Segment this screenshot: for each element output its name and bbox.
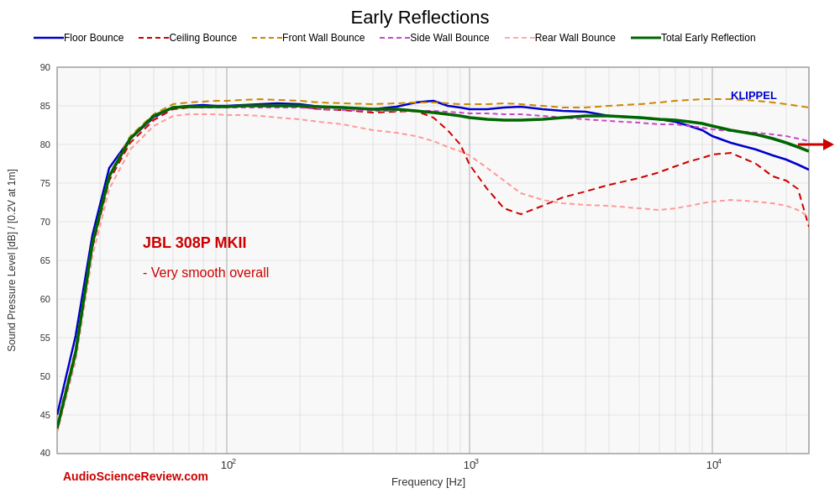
chart-svg: 90 85 80 75 70 65 60 55 50 45 40 — [0, 0, 840, 504]
legend-line-rearwall — [505, 34, 535, 42]
legend-line-sidewall — [380, 34, 410, 42]
svg-text:55: 55 — [40, 333, 50, 343]
legend-label-floor: Floor Bounce — [64, 32, 123, 44]
svg-text:3: 3 — [475, 457, 479, 465]
chart-title: Early Reflections — [0, 0, 840, 29]
svg-rect-6 — [57, 67, 809, 454]
legend-item-frontwall: Front Wall Bounce — [252, 32, 365, 44]
svg-text:80: 80 — [40, 139, 50, 150]
legend-line-total — [631, 34, 661, 42]
svg-text:10: 10 — [706, 459, 718, 471]
svg-text:65: 65 — [40, 255, 50, 265]
svg-text:10: 10 — [464, 459, 475, 471]
svg-text:Sound Pressure Level [dB] / [0: Sound Pressure Level [dB] / [0.2V at 1m] — [6, 169, 18, 351]
svg-text:90: 90 — [40, 62, 50, 72]
legend-label-ceiling: Ceiling Bounce — [169, 32, 237, 44]
legend-label-rearwall: Rear Wall Bounce — [535, 32, 616, 44]
svg-text:40: 40 — [40, 448, 50, 458]
svg-text:50: 50 — [40, 371, 50, 381]
legend-line-floor — [34, 34, 64, 42]
legend-label-frontwall: Front Wall Bounce — [282, 32, 365, 44]
watermark: AudioScienceReview.com — [63, 470, 208, 483]
chart-container: Early Reflections Floor Bounce Ceiling B… — [0, 0, 840, 504]
svg-text:4: 4 — [717, 457, 722, 465]
legend: Floor Bounce Ceiling Bounce Front Wall B… — [0, 29, 840, 49]
svg-text:75: 75 — [40, 178, 50, 188]
svg-text:2: 2 — [232, 457, 236, 465]
svg-text:45: 45 — [40, 410, 50, 420]
svg-rect-66 — [57, 67, 809, 454]
legend-label-total: Total Early Reflection — [661, 32, 756, 44]
legend-item-floor: Floor Bounce — [34, 32, 123, 44]
svg-text:60: 60 — [40, 294, 50, 304]
svg-text:85: 85 — [40, 101, 50, 111]
legend-label-sidewall: Side Wall Bounce — [410, 32, 489, 44]
legend-item-ceiling: Ceiling Bounce — [139, 32, 237, 44]
legend-item-rearwall: Rear Wall Bounce — [505, 32, 616, 44]
annotation-main: JBL 308P MKII — [143, 234, 246, 251]
legend-item-sidewall: Side Wall Bounce — [380, 32, 489, 44]
svg-text:10: 10 — [221, 459, 233, 471]
annotation-sub: - Very smooth overall — [143, 265, 269, 280]
klippel-label: KLIPPEL — [731, 89, 777, 102]
legend-item-total: Total Early Reflection — [631, 32, 756, 44]
legend-line-frontwall — [252, 34, 282, 42]
legend-line-ceiling — [139, 34, 169, 42]
svg-text:70: 70 — [40, 217, 50, 227]
svg-marker-68 — [823, 139, 834, 150]
svg-text:Frequency [Hz]: Frequency [Hz] — [391, 475, 465, 488]
svg-rect-7 — [57, 67, 809, 454]
